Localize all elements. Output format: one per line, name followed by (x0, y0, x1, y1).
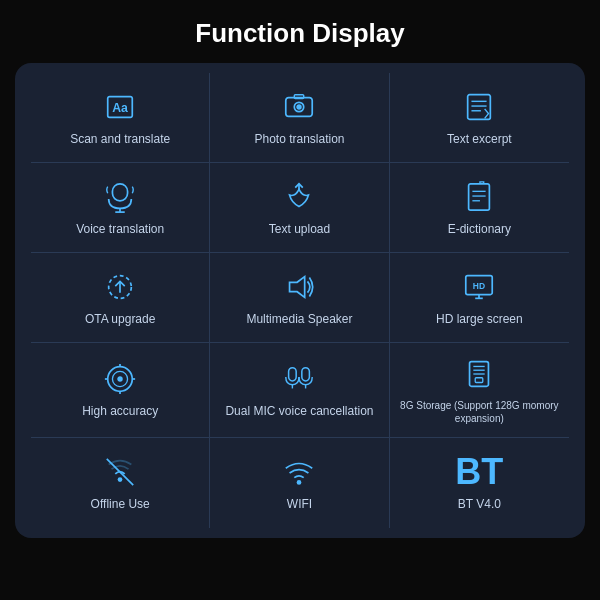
grid-item-hd-screen: HD HD large screen (390, 253, 569, 343)
scan-translate-label: Scan and translate (70, 132, 170, 148)
grid-item-text-excerpt: Text excerpt (390, 73, 569, 163)
grid-item-ota-upgrade: OTA upgrade (31, 253, 210, 343)
ota-upgrade-label: OTA upgrade (85, 312, 156, 328)
svg-point-41 (118, 477, 123, 482)
svg-marker-20 (290, 276, 305, 297)
text-excerpt-icon (462, 88, 496, 126)
grid-item-voice-translation: Voice translation (31, 163, 210, 253)
storage-icon (462, 355, 496, 393)
voice-translation-icon (103, 178, 137, 216)
bt-text: BT (455, 451, 503, 493)
page-title: Function Display (195, 18, 404, 49)
photo-translation-icon (282, 88, 316, 126)
svg-point-43 (297, 480, 302, 485)
grid-item-multimedia-speaker: Multimedia Speaker (210, 253, 389, 343)
high-accuracy-icon (103, 360, 137, 398)
multimedia-speaker-label: Multimedia Speaker (246, 312, 352, 328)
text-upload-icon (282, 178, 316, 216)
svg-point-4 (298, 105, 302, 109)
svg-rect-34 (302, 368, 310, 381)
voice-translation-label: Voice translation (76, 222, 164, 238)
text-excerpt-label: Text excerpt (447, 132, 512, 148)
bt-icon: BT (455, 453, 503, 491)
svg-text:Aa: Aa (112, 100, 128, 114)
text-upload-label: Text upload (269, 222, 330, 238)
grid-item-dual-mic: Dual MIC voice cancellation (210, 343, 389, 438)
svg-rect-14 (469, 183, 490, 209)
dual-mic-icon (282, 360, 316, 398)
svg-text:HD: HD (473, 281, 485, 291)
grid-item-high-accuracy: High accuracy (31, 343, 210, 438)
bt-label: BT V4.0 (458, 497, 501, 513)
multimedia-speaker-icon (282, 268, 316, 306)
wifi-icon (282, 453, 316, 491)
e-dictionary-icon (462, 178, 496, 216)
grid-item-text-upload: Text upload (210, 163, 389, 253)
high-accuracy-label: High accuracy (82, 404, 158, 420)
dual-mic-label: Dual MIC voice cancellation (225, 404, 373, 420)
grid-item-wifi: WIFI (210, 438, 389, 528)
e-dictionary-label: E-dictionary (448, 222, 511, 238)
function-grid: Aa Scan and translate Photo translation (15, 63, 585, 538)
ota-upgrade-icon (103, 268, 137, 306)
wifi-label: WIFI (287, 497, 312, 513)
grid-item-scan-translate: Aa Scan and translate (31, 73, 210, 163)
hd-screen-label: HD large screen (436, 312, 523, 328)
svg-rect-32 (289, 368, 297, 381)
grid-item-offline-use: Offline Use (31, 438, 210, 528)
offline-use-label: Offline Use (91, 497, 150, 513)
hd-screen-icon: HD (462, 268, 496, 306)
svg-rect-10 (113, 183, 128, 200)
photo-translation-label: Photo translation (254, 132, 344, 148)
grid-item-e-dictionary: E-dictionary (390, 163, 569, 253)
storage-label: 8G Storage (Support 128G momory expansio… (398, 399, 561, 425)
svg-rect-40 (476, 378, 484, 383)
svg-point-31 (118, 377, 122, 381)
grid-item-photo-translation: Photo translation (210, 73, 389, 163)
grid-item-bt: BT BT V4.0 (390, 438, 569, 528)
offline-use-icon (103, 453, 137, 491)
grid-item-storage: 8G Storage (Support 128G momory expansio… (390, 343, 569, 438)
scan-translate-icon: Aa (103, 88, 137, 126)
svg-rect-5 (295, 94, 304, 98)
